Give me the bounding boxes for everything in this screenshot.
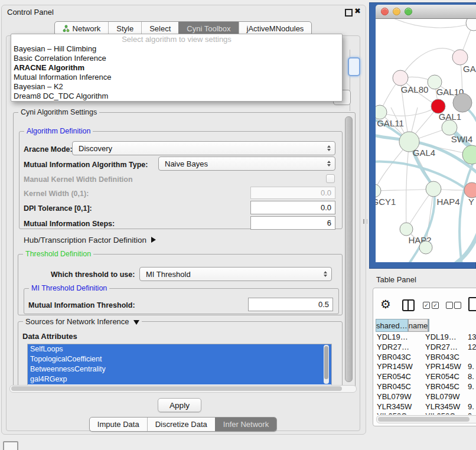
tab-label: Cyni Toolbox <box>187 24 230 33</box>
network-node[interactable] <box>466 19 476 31</box>
table-row[interactable]: YLR345W YLR345W 9. <box>373 402 476 412</box>
kernel-width-field[interactable]: 0.0 <box>250 187 335 199</box>
control-panel-title: Control Panel <box>7 8 54 17</box>
network-node-hap2[interactable] <box>400 223 413 236</box>
node-label: GAL <box>463 64 476 74</box>
node-label: GAL80 <box>401 84 429 94</box>
expanded-arrow-icon[interactable] <box>133 320 139 325</box>
settings-vertical-scrollbar[interactable] <box>345 116 353 382</box>
aracne-mode-label: Aracne Mode: <box>24 145 73 154</box>
table-row[interactable]: YIL052C YIL052C 9. <box>373 412 476 415</box>
algorithm-placeholder: Select algorithm to view settings <box>11 34 342 44</box>
cell-value: 8. <box>468 372 474 382</box>
network-node-gal11[interactable] <box>376 105 387 119</box>
mi-steps-field[interactable]: 6 <box>250 216 335 230</box>
sources-legend-label: Sources for Network Inference <box>25 317 129 326</box>
algorithm-option[interactable]: Mutual Information Inference <box>11 73 342 82</box>
mi-threshold-label: Mutual Information Threshold: <box>28 301 135 309</box>
node-label: GAL4 <box>413 148 435 158</box>
network-node-gcy1[interactable] <box>376 184 381 197</box>
sources-legend[interactable]: Sources for Network Inference <box>23 317 142 326</box>
table-mode-icon[interactable] <box>468 297 476 311</box>
table-row[interactable]: YER054C YER054C 8. <box>373 372 476 382</box>
collapsed-panel-button[interactable] <box>3 441 18 450</box>
cell-name: YBR043C <box>425 353 459 363</box>
gear-icon[interactable]: ⚙ <box>380 297 391 311</box>
network-node-gal[interactable] <box>452 50 468 65</box>
attribute-item-selected[interactable]: BetweennessCentrality <box>28 364 331 374</box>
close-icon[interactable]: ✖ <box>354 6 361 15</box>
aracne-mode-combobox[interactable]: Discovery <box>72 141 335 155</box>
network-view-canvas[interactable]: GALGAL80GAL10GAL1GAL11SWI4GAL4GCY1HAP4YH… <box>376 19 476 262</box>
algorithm-option[interactable]: Bayesian – Hill Climbing <box>11 44 342 54</box>
column-header[interactable]: name <box>408 319 429 332</box>
table-row[interactable]: YBL079W YBL079W <box>373 392 476 402</box>
unchecked-checkbox-icon[interactable] <box>446 302 453 309</box>
which-threshold-combobox[interactable]: MI Threshold <box>139 267 332 281</box>
network-node[interactable] <box>419 241 432 254</box>
tab-label: Discretize Data <box>155 420 207 429</box>
cell-name: YIL052C <box>425 412 455 415</box>
cell-name: YBL079W <box>425 392 460 402</box>
node-label: Y <box>468 197 474 207</box>
manual-kernel-checkbox[interactable] <box>326 174 335 183</box>
network-node-swi4[interactable] <box>442 120 457 135</box>
network-graph: GALGAL80GAL10GAL1GAL11SWI4GAL4GCY1HAP4YH… <box>376 19 476 262</box>
apply-button[interactable]: Apply <box>158 398 201 412</box>
attribute-item-selected[interactable]: SelfLoops <box>28 344 331 354</box>
network-node-gal80[interactable] <box>393 70 408 86</box>
minimize-traffic-light-icon[interactable] <box>393 8 400 15</box>
attribute-item-selected[interactable]: TopologicalCoefficient <box>28 354 331 364</box>
table-row[interactable]: YPR145W YPR145W 9. <box>373 362 476 372</box>
algorithm-option[interactable]: Dream8 DC_TDC Algorithm <box>11 92 342 101</box>
table-row[interactable]: YBR043C YBR043C <box>373 353 476 363</box>
mi-steps-label: Mutual Information Steps: <box>24 220 115 228</box>
algorithm-option[interactable]: Basic Correlation Inference <box>11 54 342 63</box>
column-header[interactable]: shared… <box>376 319 408 332</box>
algorithm-option-label: Bayesian – K2 <box>14 82 63 91</box>
table-horizontal-scrollbar[interactable] <box>376 415 476 423</box>
network-node[interactable] <box>453 93 472 112</box>
show-columns-icon[interactable] <box>402 299 415 311</box>
attribute-item-selected[interactable]: gal4RGexp <box>28 374 331 384</box>
checked-checkbox-icon[interactable]: ✓ <box>423 302 430 309</box>
unchecked-checkbox-icon[interactable] <box>454 302 461 309</box>
bottom-tab-bar: Impute Data Discretize Data Infer Networ… <box>1 417 365 432</box>
attribute-label: SelfLoops <box>30 345 63 353</box>
network-node-hap4[interactable] <box>426 181 441 197</box>
cyni-settings-legend: Cyni Algorithm Settings <box>18 108 99 116</box>
table-row[interactable]: YDL19… YDL19… 13 <box>373 332 476 343</box>
column-header[interactable] <box>428 319 429 332</box>
cell-shared-name: YBR045C <box>377 382 411 392</box>
tab[interactable]: Impute Data <box>90 418 147 431</box>
panel-resize-handle[interactable] <box>363 219 367 224</box>
dpi-tolerance-field[interactable]: 0.0 <box>250 201 335 214</box>
mi-type-label: Mutual Information Algorithm Type: <box>24 161 148 169</box>
data-attributes-label: Data Attributes <box>22 332 77 341</box>
tab[interactable]: Infer Network <box>215 418 276 431</box>
background-focused-combobox[interactable] <box>348 57 360 76</box>
aracne-mode-value: Discovery <box>79 144 112 153</box>
mi-type-combobox[interactable]: Naive Bayes <box>158 156 335 171</box>
algorithm-option[interactable]: Bayesian – K2 <box>11 82 342 92</box>
tab[interactable]: Discretize Data <box>147 418 215 431</box>
close-traffic-light-icon[interactable] <box>381 8 389 15</box>
bottom-tabs: Impute Data Discretize Data Infer Networ… <box>89 417 277 432</box>
collapsed-arrow-icon[interactable] <box>151 237 156 243</box>
zoom-traffic-light-icon[interactable] <box>405 8 412 15</box>
stepper-icon <box>327 145 331 151</box>
network-window-titlebar[interactable] <box>376 5 476 19</box>
float-window-icon[interactable] <box>345 9 353 17</box>
table-row[interactable]: YBR045C YBR045C 9. <box>373 382 476 392</box>
settings-horizontal-scrollbar[interactable] <box>9 385 357 393</box>
checked-checkbox-icon[interactable]: ✓ <box>432 302 439 309</box>
attribute-list-scrollbar[interactable] <box>324 345 329 384</box>
which-threshold-value: MI Threshold <box>146 270 191 279</box>
cell-value: 13 <box>468 332 476 343</box>
algorithm-option[interactable]: ARACNE Algorithm <box>11 63 342 73</box>
algorithm-option-label: Mutual Information Inference <box>14 73 111 81</box>
cell-name: YBR045C <box>425 382 459 392</box>
table-row[interactable]: YDR27… YDR27… 12 <box>373 343 476 353</box>
hub-definition-toggle[interactable]: Hub/Transcription Factor Definition <box>24 236 156 244</box>
mi-threshold-field[interactable]: 0.5 <box>248 298 333 311</box>
